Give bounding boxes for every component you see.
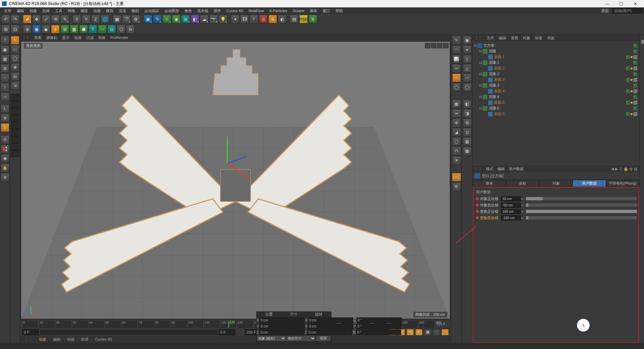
tracer-button[interactable]: 〰 — [98, 25, 107, 34]
attr-new-icon[interactable]: ⊕ — [630, 167, 633, 171]
smooth-icon[interactable]: 〰 — [452, 45, 461, 54]
menu-file[interactable]: 文件 — [1, 8, 14, 13]
primitive-cube-button[interactable]: ▣ — [144, 15, 152, 23]
bp-button[interactable]: ▤ — [290, 15, 299, 23]
spinner-icon[interactable]: ▸ — [521, 216, 524, 220]
layout-selector[interactable] — [612, 8, 643, 13]
cone-icon[interactable]: △ — [463, 64, 472, 73]
perspective-viewport[interactable]: 透视视图 网格间距 : — [21, 41, 450, 319]
vp-menu-prorender[interactable]: ProRender — [110, 36, 128, 40]
deform1-icon[interactable]: ◧ — [463, 100, 472, 108]
coord-size-Y[interactable] — [308, 323, 353, 329]
menu-window[interactable]: 窗口 — [320, 8, 333, 13]
texture-swatch[interactable] — [11, 136, 19, 143]
workplane-button[interactable]: ⊞ — [1, 64, 9, 73]
window-minimize-button[interactable]: — — [600, 0, 614, 7]
redo-button[interactable]: ↷ — [11, 15, 19, 23]
tree-row[interactable]: ⊟ 克隆.4 — [473, 94, 639, 100]
coord-pos-X[interactable] — [259, 317, 305, 323]
tree-row[interactable]: 表面 6 — [473, 111, 639, 117]
attr-menu-edit[interactable]: 编辑 — [497, 166, 505, 171]
scale-tool-button[interactable]: ⤢ — [42, 15, 50, 23]
light-button[interactable]: 💡 — [219, 15, 227, 23]
vp-menu-options[interactable]: 选项 — [74, 35, 82, 40]
octane-button[interactable]: ◎ — [259, 15, 268, 23]
mat-tab-create[interactable]: 创建 — [36, 337, 49, 342]
subdiv-button[interactable]: ◉ — [172, 15, 180, 23]
render-view-button[interactable]: ▦ — [113, 15, 121, 23]
param-slider[interactable] — [526, 203, 637, 207]
null-button[interactable]: ⊕ — [23, 25, 32, 34]
attr-nav-fwd-icon[interactable]: ▶ — [615, 167, 618, 171]
gear-settings-icon[interactable]: ⚙ — [452, 182, 461, 191]
cylinder-icon[interactable]: ▯ — [463, 55, 472, 63]
coord-mode-select[interactable]: 对象 (相对) — [257, 335, 286, 341]
user-script-button[interactable]: ⚡ — [51, 25, 60, 34]
coord-pos-Y[interactable] — [259, 323, 305, 329]
move-icon[interactable]: ✥ — [11, 63, 19, 72]
weld-icon[interactable]: ⊕ — [452, 118, 461, 127]
recent-tool-button[interactable]: ✎ — [60, 15, 69, 23]
menu-realflow[interactable]: RealFlow — [246, 9, 267, 13]
deform2-icon[interactable]: ◨ — [463, 109, 472, 118]
live-select-button[interactable]: ⬈ — [23, 15, 32, 23]
attr-menu-icon[interactable]: ▤ — [634, 167, 637, 171]
poly-mode-button[interactable]: ▱ — [1, 92, 9, 101]
spinner-icon[interactable]: ▸ — [521, 209, 524, 214]
coord-rot-Z[interactable] — [356, 330, 401, 335]
attr-tab-phong[interactable]: 平滑着色(Phong) — [606, 180, 639, 187]
mat-dots-icon[interactable]: ⋮⋮ — [22, 337, 35, 342]
range-slider[interactable] — [40, 330, 217, 335]
attr-menu-mode[interactable]: 模式 — [486, 166, 493, 171]
coord-size-X[interactable] — [308, 317, 353, 323]
coord-size-select[interactable]: 绝对尺寸 — [286, 335, 316, 341]
plane-icon[interactable]: ▭ — [463, 73, 472, 82]
attr-menu-userdata[interactable]: 用户数据 — [509, 166, 524, 171]
keyframe-dot-icon[interactable] — [476, 204, 479, 206]
om-menu-edit[interactable]: 编辑 — [499, 36, 506, 41]
menu-simulate[interactable]: 模拟 — [103, 8, 116, 13]
render-pv-button[interactable]: 🎬 — [122, 15, 131, 23]
vp-menu-filter[interactable]: 过滤 — [86, 35, 94, 40]
texture-swatch[interactable] — [11, 94, 19, 101]
mat-tab-texture[interactable]: 纹理 — [78, 337, 91, 342]
select-mode-icon[interactable]: ▭ — [452, 73, 461, 82]
coord-size-Z[interactable] — [307, 330, 353, 335]
key-rot-button[interactable]: ⟲ — [407, 329, 414, 336]
camera-button[interactable]: 📷 — [209, 15, 218, 23]
menu-octane[interactable]: Octane — [290, 9, 307, 13]
spline-pen-button[interactable]: ✎ — [153, 15, 162, 23]
content-browser-button[interactable]: ◐ — [278, 15, 286, 23]
menu-pipeline[interactable]: 流水线 — [195, 8, 211, 13]
model-mode-button[interactable]: ▣ — [1, 45, 9, 54]
texture-mode-button[interactable]: ▦ — [1, 55, 9, 63]
param-slider[interactable] — [526, 197, 637, 201]
rotate-tool-button[interactable]: ⟲ — [51, 15, 60, 23]
far-right-strip[interactable]: 对象 内容浏览器 — [639, 35, 644, 343]
tree-row[interactable]: 表面 5 — [473, 100, 639, 105]
loop-icon[interactable]: ◯ — [452, 83, 461, 92]
window-maximize-button[interactable]: ☐ — [614, 0, 628, 7]
gizmo-y-axis-icon[interactable] — [227, 137, 228, 163]
menu-tracker[interactable]: 运动跟踪 — [142, 8, 162, 13]
inset-icon[interactable]: ▢ — [452, 137, 461, 146]
help-mode-icon[interactable]: ? — [1, 36, 9, 45]
keyframe-dot-icon[interactable] — [476, 210, 479, 213]
menu-snap[interactable]: 捕捉 — [78, 8, 91, 13]
torus-icon[interactable]: ◯ — [463, 83, 472, 92]
cube-button[interactable]: ▣ — [32, 25, 41, 34]
knife-icon[interactable]: ✂ — [452, 64, 461, 73]
tree-row[interactable]: ⊟ 立方体 — [473, 43, 639, 48]
mat-tab-function[interactable]: 功能 — [64, 337, 77, 342]
texture-swatch[interactable] — [11, 108, 19, 115]
attr-lock-icon[interactable]: 🔒 — [624, 167, 628, 171]
render-settings-button[interactable]: ⚙ — [131, 15, 140, 23]
plugin-a-button[interactable]: ◆ — [42, 25, 50, 34]
lock-z-button[interactable]: Z — [91, 15, 100, 23]
coord-rot-X[interactable] — [357, 317, 402, 323]
spinner-icon[interactable]: ▸ — [521, 197, 524, 201]
rect-select-icon[interactable]: ▭ — [11, 45, 19, 54]
param-slider[interactable] — [526, 216, 637, 220]
texture-swatch[interactable] — [11, 101, 19, 108]
lock-button[interactable]: 🔒 — [1, 163, 9, 172]
